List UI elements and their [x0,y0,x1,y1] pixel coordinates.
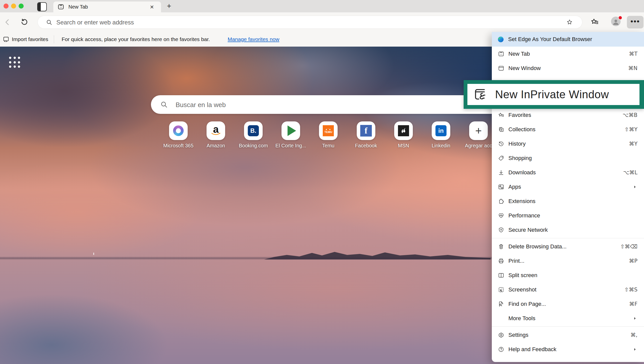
import-favorites-icon [3,36,10,43]
menu-item-label: Shopping [508,155,637,161]
quick-link-msn[interactable] [394,121,413,140]
menu-item-split-screen[interactable]: Split screen [492,268,644,282]
menu-divider [492,326,644,327]
menu-item-shortcut: ⇧⌘S [624,287,637,293]
inprivate-icon [473,87,489,102]
menu-item-apps[interactable]: Apps [492,180,644,194]
menu-item-downloads[interactable]: Downloads⌥⌘L [492,165,644,180]
facebook-logo: f [360,125,372,137]
new-inprivate-window-label: New InPrivate Window [495,88,609,101]
menu-item-more-tools[interactable]: More Tools [492,311,644,325]
performance-icon [498,212,504,219]
quick-link-label: Facebook [346,143,386,149]
new-inprivate-window-callout[interactable]: New InPrivate Window [464,80,644,109]
menu-item-shopping[interactable]: Shopping [492,151,644,165]
menu-promo-label: Set Edge As Your Default Browser [508,36,592,43]
menu-item-screenshot[interactable]: Screenshot⇧⌘S [492,282,644,297]
menu-item-shortcut: ⌘P [629,258,637,264]
menu-item-secure-network[interactable]: Secure Network [492,223,644,237]
microsoft365-logo [173,125,184,136]
menu-item-label: Print... [508,258,629,264]
new-inprivate-window-item[interactable]: New InPrivate Window [467,84,639,105]
quick-link-label: Booking.com [233,143,273,149]
back-icon[interactable] [3,18,12,26]
menu-item-extensions[interactable]: Extensions [492,194,644,208]
chevron-right-icon [632,184,637,189]
split-screen-icon [498,272,504,279]
menu-item-settings[interactable]: Settings⌘, [492,328,644,342]
quick-link-label: Amazon [196,143,236,149]
menu-item-label: Apps [508,184,632,190]
menu-item-label: Help and Feedback [508,346,632,353]
quick-link-facebook[interactable]: f [357,121,375,140]
delete-icon [498,243,504,250]
menu-item-new-tab[interactable]: New Tab⌘T [492,47,644,61]
new-tab-button[interactable]: + [165,2,173,11]
history-icon [498,141,504,147]
edge-logo-icon [497,36,504,43]
menu-item-label: New Tab [508,51,629,57]
menu-item-shortcut: ⇧⌘Y [625,126,637,133]
favorites-bar-hint: For quick access, place your favorites h… [62,36,210,42]
tab-new-tab[interactable]: New Tab ✕ [53,2,161,12]
tab-title: New Tab [68,4,88,10]
zoom-window-button[interactable] [19,4,24,9]
menu-item-history[interactable]: History⌘Y [492,137,644,151]
menu-item-favorites[interactable]: Favorites⌥⌘B [492,108,644,122]
reload-icon[interactable] [20,18,29,26]
tab-actions-icon[interactable] [37,2,47,11]
menu-item-label: Extensions [508,198,637,205]
menu-item-performance[interactable]: Performance [492,208,644,223]
quick-link-linkedin[interactable]: in [432,121,450,140]
favorite-star-icon[interactable] [566,19,573,26]
print-icon [498,258,504,264]
quick-link-amazon[interactable]: a [207,121,225,140]
menu-item-delete-browsing-data[interactable]: Delete Browsing Data...⇧⌘⌫ [492,239,644,254]
address-input[interactable] [56,16,535,29]
menu-item-label: Downloads [508,169,623,176]
find-on-page-icon [498,301,504,307]
quick-link-booking-com[interactable]: B. [244,121,263,140]
menu-item-find-on-page[interactable]: Find on Page...⌘F [492,297,644,311]
quick-link-microsoft-365[interactable] [169,121,188,140]
elcorte-logo [286,125,296,136]
menu-item-label: Collections [508,126,625,133]
menu-item-set-default-browser[interactable]: Set Edge As Your Default Browser [492,32,644,47]
quick-link-el-corte-ing[interactable] [281,121,300,140]
amazon-logo: a [210,125,221,136]
quick-link-label: El Corte Ing... [271,143,311,149]
extensions-icon [498,198,504,205]
chevron-right-icon [632,347,637,352]
menu-item-print[interactable]: Print...⌘P [492,254,644,268]
menu-item-shortcut: ⌘F [629,301,637,307]
toolbar: ••• [0,12,644,32]
secure-network-icon [498,227,504,233]
titlebar: New Tab ✕ + [0,0,644,12]
help-icon [498,346,504,353]
menu-item-collections[interactable]: Collections⇧⌘Y [492,122,644,137]
menu-item-help-and-feedback[interactable]: Help and Feedback [492,342,644,356]
no [498,315,504,322]
close-window-button[interactable] [4,4,9,9]
menu-item-label: Delete Browsing Data... [508,243,620,250]
shopping-icon [498,155,504,161]
import-favorites-button[interactable]: Import favorites [3,36,48,43]
favorites-list-icon[interactable] [590,17,599,26]
menu-item-label: Favorites [508,112,622,118]
apps-icon [498,184,504,190]
more-menu-button[interactable]: ••• [627,16,643,28]
quick-link-agregar-acc[interactable]: + [469,121,488,140]
search-icon [46,19,53,26]
quick-link-temu[interactable]: ▲`▲TEMU [319,121,338,140]
menu-item-shortcut: ⌘N [628,65,637,71]
menu-item-new-window[interactable]: New Window⌘N [492,61,644,75]
menu-item-shortcut: ⌥⌘B [622,112,637,118]
address-bar[interactable] [38,16,582,28]
menu-item-shortcut: ⌘T [629,51,637,57]
menu-item-label: Performance [508,212,637,219]
menu-item-shortcut: ⌘, [630,332,637,338]
tab-close-icon[interactable]: ✕ [148,4,155,11]
import-favorites-label: Import favorites [12,36,48,42]
minimize-window-button[interactable] [11,4,16,9]
manage-favorites-link[interactable]: Manage favorites now [228,36,279,42]
